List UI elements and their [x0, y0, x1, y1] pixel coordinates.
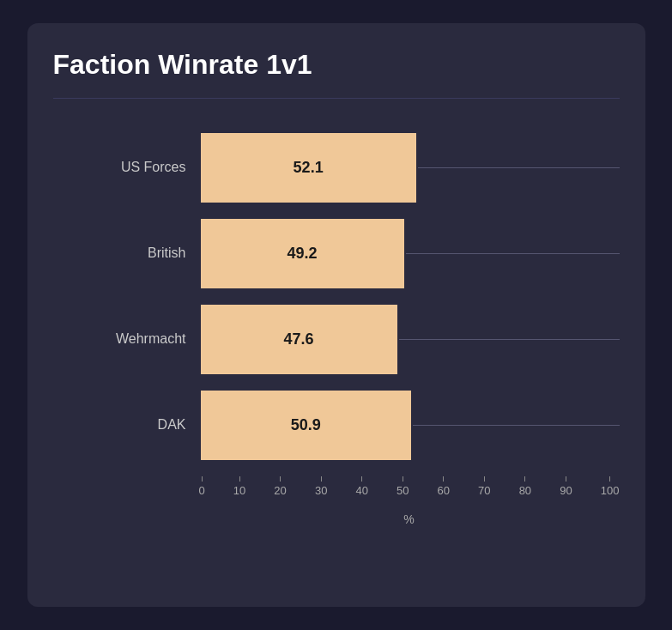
tick-line [202, 476, 203, 482]
bar-label: US Forces [53, 160, 199, 175]
tick-label: 70 [478, 484, 490, 497]
tick: 50 [397, 476, 409, 497]
tick-line [443, 476, 444, 482]
bar: 49.2 [199, 217, 406, 290]
tick-label: 50 [397, 484, 409, 497]
tick-label: 40 [355, 484, 367, 497]
tick: 90 [560, 476, 572, 497]
tick: 20 [274, 476, 286, 497]
bar-value: 47.6 [284, 330, 314, 348]
tick-label: 90 [560, 484, 572, 497]
bar-value: 52.1 [294, 159, 324, 177]
tick-line [484, 476, 485, 482]
tick-line [403, 476, 403, 482]
bar-container: 52.1 [199, 131, 620, 204]
bar: 47.6 [199, 303, 399, 376]
tick-line [239, 476, 240, 482]
tick-line [566, 476, 566, 482]
bar-label: British [53, 245, 199, 261]
tick: 10 [233, 476, 245, 497]
bar-container: 50.9 [199, 389, 620, 462]
bar-row: Wehrmacht47.6 [53, 296, 620, 382]
bar-label: DAK [53, 417, 199, 433]
bar: 52.1 [199, 131, 418, 204]
tick-label: 0 [199, 484, 205, 497]
tick-label: 10 [233, 484, 245, 497]
tick-label: 100 [601, 484, 620, 497]
bar-container: 47.6 [199, 303, 620, 376]
tick: 40 [355, 476, 367, 497]
tick: 0 [199, 476, 205, 497]
tick: 70 [478, 476, 490, 497]
tick-line [321, 476, 322, 482]
chart-area: US Forces52.1British49.2Wehrmacht47.6DAK… [53, 124, 620, 468]
tick-label: 30 [315, 484, 327, 497]
bar-row: British49.2 [53, 210, 620, 296]
bar-label: Wehrmacht [53, 331, 199, 347]
tick-line [361, 476, 362, 482]
tick-label: 60 [438, 484, 450, 497]
x-axis-unit: % [53, 512, 620, 526]
bar-row: US Forces52.1 [53, 124, 620, 210]
tick-line [280, 476, 281, 482]
tick: 60 [438, 476, 450, 497]
x-axis-ticks: 0102030405060708090100 [199, 476, 620, 511]
x-axis: 0102030405060708090100 [53, 476, 620, 511]
tick-label: 20 [274, 484, 286, 497]
bar-value: 50.9 [291, 416, 321, 434]
tick: 100 [601, 476, 620, 497]
tick: 80 [519, 476, 531, 497]
tick-line [609, 476, 610, 482]
chart-card: Faction Winrate 1v1 US Forces52.1British… [27, 23, 645, 607]
tick-line [524, 476, 525, 482]
bar: 50.9 [199, 389, 413, 462]
tick-label: 80 [519, 484, 531, 497]
tick: 30 [315, 476, 327, 497]
bar-value: 49.2 [288, 245, 318, 263]
chart-title: Faction Winrate 1v1 [53, 49, 620, 99]
bar-container: 49.2 [199, 217, 620, 290]
bar-row: DAK50.9 [53, 382, 620, 468]
